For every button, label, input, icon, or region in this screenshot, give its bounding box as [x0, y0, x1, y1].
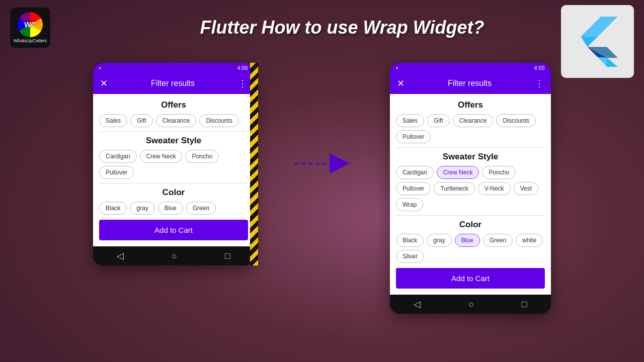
nav-recent-left[interactable]: □ — [225, 251, 230, 261]
phone-right-wrapper: ▪ 4:55 ✕ Filter results ⋮ Offers Sales G… — [390, 63, 551, 314]
chip-cardigan-right[interactable]: Cardigan — [396, 166, 434, 179]
svg-marker-1 — [581, 36, 598, 46]
chip-cardigan-left[interactable]: Cardigan — [99, 150, 137, 163]
logo-label: WhatsUpCoders — [14, 38, 47, 43]
phone-left-content: Offers Sales Gift Clearance Discounts Sw… — [93, 94, 254, 246]
chip-discounts-left[interactable]: Discounts — [199, 114, 239, 127]
section-color-left: Color Black gray Blue Green — [99, 188, 248, 215]
chip-poncho-left[interactable]: Poncho — [185, 150, 219, 163]
chip-sales-right[interactable]: Sales — [396, 114, 424, 127]
chips-offers-left: Sales Gift Clearance Discounts — [99, 114, 248, 127]
status-bar-left: ▪ 4:56 — [93, 63, 254, 73]
chips-sweater-left: Cardigan Crew Neck Poncho Pullover — [99, 150, 248, 179]
nav-back-right[interactable]: ◁ — [414, 299, 421, 310]
chip-black-right[interactable]: Black — [396, 234, 424, 247]
chip-blue-right[interactable]: Blue — [455, 234, 480, 247]
chip-vneck-right[interactable]: V-Neck — [478, 182, 511, 195]
status-bar-right: ▪ 4:55 — [390, 63, 551, 73]
add-to-cart-left[interactable]: Add to Cart — [99, 220, 248, 240]
close-icon-left[interactable]: ✕ — [100, 78, 108, 89]
nav-recent-right[interactable]: □ — [522, 299, 527, 310]
chip-black-left[interactable]: Black — [99, 202, 127, 215]
chip-discounts-right[interactable]: Discounts — [496, 114, 536, 127]
caution-tape-left — [250, 63, 258, 265]
status-signal-left: ▪ — [99, 65, 101, 71]
chip-sales-left[interactable]: Sales — [99, 114, 127, 127]
divider-1-left — [99, 131, 248, 132]
chip-clearance-right[interactable]: Clearance — [453, 114, 494, 127]
arrow-head-icon — [330, 153, 350, 173]
page-title: Flutter How to use Wrap Widget? — [50, 17, 634, 38]
chip-vest-right[interactable]: Vest — [514, 182, 538, 195]
chip-blue-left[interactable]: Blue — [158, 202, 183, 215]
section-title-sweater-right: Sweater Style — [396, 152, 545, 162]
status-signal-right: ▪ — [396, 65, 398, 71]
section-offers-right: Offers Sales Gift Clearance Discounts Pu… — [396, 100, 545, 143]
chip-sliver-right[interactable]: Sliver — [396, 250, 424, 263]
section-title-color-right: Color — [396, 220, 545, 230]
section-sweater-left: Sweater Style Cardigan Crew Neck Poncho … — [99, 136, 248, 179]
logo-icon: WC — [18, 12, 43, 37]
section-title-offers-right: Offers — [396, 100, 545, 110]
bottom-nav-right: ◁ ○ □ — [390, 295, 551, 314]
arrow-container — [294, 153, 350, 173]
chip-green-left[interactable]: Green — [186, 202, 216, 215]
chip-poncho-right[interactable]: Poncho — [482, 166, 516, 179]
dashed-line — [294, 163, 330, 164]
phones-container: ▪ 4:56 ✕ Filter results ⋮ Offers Sales G… — [0, 58, 644, 362]
status-time-left: 4:56 — [237, 65, 248, 71]
nav-back-left[interactable]: ◁ — [117, 250, 124, 261]
chip-turtleneck-right[interactable]: Turtleneck — [434, 182, 475, 195]
divider-2-left — [99, 183, 248, 184]
phone-right-content: Offers Sales Gift Clearance Discounts Pu… — [390, 94, 551, 295]
phone-left-wrapper: ▪ 4:56 ✕ Filter results ⋮ Offers Sales G… — [93, 63, 254, 265]
status-time-right: 4:55 — [534, 65, 545, 71]
chip-pullover-right[interactable]: Pullover — [396, 182, 431, 195]
chip-clearance-left[interactable]: Clearance — [156, 114, 197, 127]
menu-icon-left[interactable]: ⋮ — [238, 78, 247, 89]
nav-home-left[interactable]: ○ — [172, 251, 177, 261]
dashed-arrow — [294, 153, 350, 173]
section-sweater-right: Sweater Style Cardigan Crew Neck Poncho … — [396, 152, 545, 211]
section-offers-left: Offers Sales Gift Clearance Discounts — [99, 100, 248, 127]
divider-2-right — [396, 215, 545, 216]
divider-1-right — [396, 147, 545, 148]
phone-left: ▪ 4:56 ✕ Filter results ⋮ Offers Sales G… — [93, 63, 254, 265]
chip-wrap-right[interactable]: Wrap — [396, 198, 423, 211]
app-bar-left: ✕ Filter results ⋮ — [93, 73, 254, 94]
section-color-right: Color Black gray Blue Green white Sliver — [396, 220, 545, 263]
chip-pullover-left[interactable]: Pullover — [99, 166, 134, 179]
svg-marker-0 — [581, 17, 617, 37]
section-title-color-left: Color — [99, 188, 248, 198]
app-bar-title-right: Filter results — [448, 79, 492, 88]
section-title-sweater-left: Sweater Style — [99, 136, 248, 146]
logo-initials: WC — [24, 21, 36, 29]
header: WC WhatsUpCoders Flutter How to use Wrap… — [0, 0, 644, 55]
chip-crewneck-left[interactable]: Crew Neck — [140, 150, 183, 163]
chip-crewneck-right[interactable]: Crew Neck — [437, 166, 479, 179]
bottom-nav-left: ◁ ○ □ — [93, 246, 254, 265]
chip-white-right[interactable]: white — [516, 234, 543, 247]
chips-sweater-right: Cardigan Crew Neck Poncho Pullover Turtl… — [396, 166, 545, 211]
chips-color-right: Black gray Blue Green white Sliver — [396, 234, 545, 263]
close-icon-right[interactable]: ✕ — [397, 78, 405, 89]
chip-gray-left[interactable]: gray — [130, 202, 154, 215]
nav-home-right[interactable]: ○ — [468, 299, 474, 310]
chip-green-right[interactable]: Green — [483, 234, 513, 247]
chips-color-left: Black gray Blue Green — [99, 202, 248, 215]
chip-gray-right[interactable]: gray — [427, 234, 451, 247]
app-bar-title-left: Filter results — [151, 79, 195, 88]
chip-gift-left[interactable]: Gift — [130, 114, 153, 127]
chip-gift-right[interactable]: Gift — [427, 114, 450, 127]
menu-icon-right[interactable]: ⋮ — [535, 78, 544, 89]
add-to-cart-right[interactable]: Add to Cart — [396, 268, 545, 289]
section-title-offers-left: Offers — [99, 100, 248, 110]
app-bar-right: ✕ Filter results ⋮ — [390, 73, 551, 94]
logo-box: WC WhatsUpCoders — [10, 8, 50, 48]
phone-right: ▪ 4:55 ✕ Filter results ⋮ Offers Sales G… — [390, 63, 551, 314]
chip-pullover-offers-right[interactable]: Pullover — [396, 130, 431, 143]
chips-offers-right: Sales Gift Clearance Discounts Pullover — [396, 114, 545, 143]
